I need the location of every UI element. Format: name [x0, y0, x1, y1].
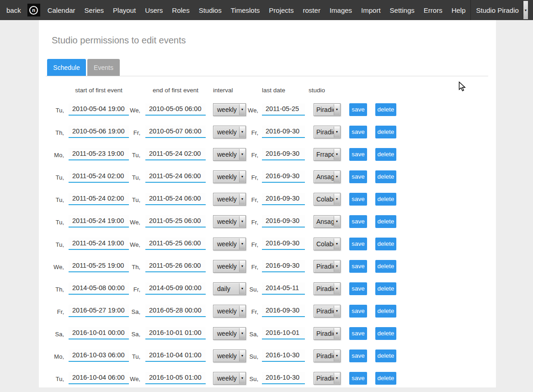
nav-item-back[interactable]: back — [0, 6, 27, 14]
last-date-input[interactable] — [262, 350, 305, 362]
last-date-input[interactable] — [262, 215, 305, 228]
delete-button[interactable]: delete — [375, 193, 396, 206]
chevron-down-icon[interactable]: ▼ — [239, 373, 245, 384]
studio-select[interactable]: Piradio ▼ — [314, 327, 341, 340]
save-button[interactable]: save — [349, 103, 367, 116]
nav-item-series[interactable]: Series — [80, 6, 109, 14]
last-date-input[interactable] — [262, 148, 305, 160]
end-datetime-input[interactable] — [145, 327, 206, 339]
delete-button[interactable]: delete — [375, 148, 396, 161]
interval-select[interactable]: weekly ▼ — [213, 148, 246, 161]
save-button[interactable]: save — [349, 350, 367, 362]
nav-item-studios[interactable]: Studios — [194, 6, 226, 14]
end-datetime-input[interactable] — [145, 103, 206, 116]
chevron-down-icon[interactable]: ▼ — [239, 194, 245, 205]
save-button[interactable]: save — [349, 260, 367, 273]
chevron-down-icon[interactable]: ▼ — [334, 261, 340, 272]
studio-select[interactable]: Ansage ▼ — [314, 215, 341, 228]
delete-button[interactable]: delete — [375, 215, 396, 228]
start-datetime-input[interactable] — [69, 193, 129, 205]
interval-select[interactable]: weekly ▼ — [213, 327, 246, 340]
studio-select[interactable]: Colabo ▼ — [314, 238, 341, 250]
studio-select[interactable]: Piradio ▼ — [314, 305, 341, 318]
nav-item-errors[interactable]: Errors — [419, 6, 447, 14]
save-button[interactable]: save — [349, 238, 367, 250]
interval-select[interactable]: daily ▼ — [213, 282, 246, 295]
end-datetime-input[interactable] — [145, 126, 206, 138]
chevron-down-icon[interactable]: ▼ — [334, 283, 340, 294]
delete-button[interactable]: delete — [375, 126, 396, 138]
last-date-input[interactable] — [262, 126, 305, 138]
studio-select[interactable]: Piradio ▼ — [314, 126, 341, 138]
last-date-input[interactable] — [262, 327, 305, 339]
interval-select[interactable]: weekly ▼ — [213, 372, 246, 385]
chevron-down-icon[interactable]: ▼ — [239, 238, 245, 249]
delete-button[interactable]: delete — [375, 327, 396, 340]
start-datetime-input[interactable] — [69, 103, 129, 116]
nav-item-playout[interactable]: Playout — [108, 6, 140, 14]
chevron-down-icon[interactable]: ▼ — [334, 216, 340, 227]
interval-select[interactable]: weekly ▼ — [213, 305, 246, 318]
chevron-down-icon[interactable]: ▼ — [334, 171, 340, 182]
studio-select[interactable]: Piradio ▼ — [314, 372, 341, 385]
interval-select[interactable]: weekly ▼ — [213, 215, 246, 228]
last-date-input[interactable] — [262, 282, 305, 295]
save-button[interactable]: save — [349, 282, 367, 295]
nav-item-settings[interactable]: Settings — [385, 6, 419, 14]
chevron-down-icon[interactable]: ▼ — [523, 1, 528, 19]
save-button[interactable]: save — [349, 170, 367, 183]
studio-nav-select[interactable]: Studio Piradio ▼ — [471, 0, 528, 20]
interval-select[interactable]: weekly ▼ — [213, 170, 246, 183]
chevron-down-icon[interactable]: ▼ — [334, 104, 340, 115]
chevron-down-icon[interactable]: ▼ — [239, 149, 245, 160]
last-date-input[interactable] — [262, 170, 305, 183]
delete-button[interactable]: delete — [375, 260, 396, 273]
save-button[interactable]: save — [349, 327, 367, 340]
delete-button[interactable]: delete — [375, 372, 396, 385]
start-datetime-input[interactable] — [69, 350, 129, 362]
chevron-down-icon[interactable]: ▼ — [334, 306, 340, 317]
delete-button[interactable]: delete — [375, 170, 396, 183]
start-datetime-input[interactable] — [69, 282, 129, 295]
chevron-down-icon[interactable]: ▼ — [334, 350, 340, 361]
studio-select[interactable]: Piradio ▼ — [314, 260, 341, 273]
end-datetime-input[interactable] — [145, 215, 206, 228]
project-nav-select[interactable]: Project 88vier ▼ — [528, 0, 533, 20]
studio-select[interactable]: Frrapo ▼ — [314, 148, 341, 161]
start-datetime-input[interactable] — [69, 126, 129, 138]
start-datetime-input[interactable] — [69, 238, 129, 250]
nav-item-roles[interactable]: Roles — [167, 6, 194, 14]
chevron-down-icon[interactable]: ▼ — [239, 171, 245, 182]
nav-item-timeslots[interactable]: Timeslots — [226, 6, 265, 14]
start-datetime-input[interactable] — [69, 372, 129, 384]
delete-button[interactable]: delete — [375, 305, 396, 318]
start-datetime-input[interactable] — [69, 260, 129, 272]
chevron-down-icon[interactable]: ▼ — [334, 194, 340, 205]
end-datetime-input[interactable] — [145, 170, 206, 183]
start-datetime-input[interactable] — [69, 305, 129, 317]
end-datetime-input[interactable] — [145, 350, 206, 362]
tab-schedule[interactable]: Schedule — [47, 59, 86, 76]
save-button[interactable]: save — [349, 148, 367, 161]
app-logo-icon[interactable]: n — [27, 4, 40, 16]
delete-button[interactable]: delete — [375, 103, 396, 116]
end-datetime-input[interactable] — [145, 305, 206, 317]
chevron-down-icon[interactable]: ▼ — [334, 149, 340, 160]
end-datetime-input[interactable] — [145, 282, 206, 295]
end-datetime-input[interactable] — [145, 148, 206, 160]
chevron-down-icon[interactable]: ▼ — [239, 216, 245, 227]
interval-select[interactable]: weekly ▼ — [213, 260, 246, 273]
chevron-down-icon[interactable]: ▼ — [334, 328, 340, 339]
studio-select[interactable]: Piradio ▼ — [314, 103, 341, 116]
delete-button[interactable]: delete — [375, 350, 396, 362]
last-date-input[interactable] — [262, 238, 305, 250]
nav-item-users[interactable]: Users — [140, 6, 167, 14]
last-date-input[interactable] — [262, 103, 305, 116]
start-datetime-input[interactable] — [69, 327, 129, 339]
start-datetime-input[interactable] — [69, 215, 129, 228]
chevron-down-icon[interactable]: ▼ — [239, 104, 245, 115]
interval-select[interactable]: weekly ▼ — [213, 350, 246, 362]
chevron-down-icon[interactable]: ▼ — [239, 261, 245, 272]
delete-button[interactable]: delete — [375, 282, 396, 295]
end-datetime-input[interactable] — [145, 372, 206, 384]
